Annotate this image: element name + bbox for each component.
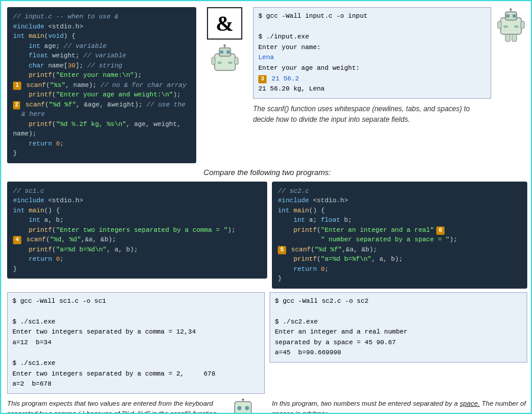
input-terminal: $ gcc -Wall input.c -o input $ ./input.e… <box>253 7 491 99</box>
terminal-line-badge3: 3 21 56.2 <box>258 74 486 85</box>
code-line: printf("a=%d b=%f\n", a, b); <box>278 254 521 264</box>
middle-section: // sc1.c #include <stdio.h> int main() {… <box>7 182 527 289</box>
svg-rect-6 <box>218 62 222 64</box>
terminal-line <box>258 22 486 33</box>
code-line: int age; // variable <box>13 41 190 51</box>
badge-2: 2 <box>13 101 20 109</box>
svg-rect-19 <box>521 21 524 28</box>
svg-point-13 <box>512 14 516 18</box>
svg-rect-20 <box>505 34 510 41</box>
svg-point-24 <box>245 406 249 410</box>
svg-point-12 <box>506 14 510 18</box>
svg-rect-8 <box>212 57 215 64</box>
code-line-badge2: 2 scanf("%d %f", &age, &weight); // use … <box>13 100 190 119</box>
svg-rect-9 <box>235 57 238 64</box>
terminal-line: Enter your name: <box>258 43 486 53</box>
terminal-line: Enter two integers separated by a comma … <box>12 327 259 338</box>
terminal-line: $ gcc -Wall sc1.c -o sc1 <box>12 296 259 307</box>
top-right-area: $ gcc -Wall input.c -o input $ ./input.e… <box>253 7 527 127</box>
code-line: " number separated by a space = "); <box>278 235 521 245</box>
compare-line: Compare the following two programs: <box>7 168 527 177</box>
svg-point-15 <box>510 8 512 11</box>
badge-6: 6 <box>436 227 445 235</box>
terminal-line: $ ./sc2.exe <box>275 317 522 328</box>
code-line: printf("Enter an integer and a real" 6 <box>278 225 521 235</box>
terminal-line: $ gcc -Wall sc2.c -o sc2 <box>275 296 522 307</box>
code-line: printf("Enter two integers separated by … <box>13 225 261 235</box>
top-description: The scanf() function uses whitespace (ne… <box>253 101 478 127</box>
code-line: return 0; <box>13 254 261 264</box>
terminal-line: a=12 b=34 <box>12 338 259 348</box>
badge-4: 4 <box>13 236 21 244</box>
terminal-line: Lena <box>258 53 486 63</box>
code-line: int main(void) { <box>13 31 190 41</box>
robot-sitting-icon <box>226 399 267 414</box>
code-line: } <box>278 274 521 284</box>
terminal-line: 21 56.20 kg, Lena <box>258 84 486 95</box>
terminal-line <box>12 306 259 317</box>
robot-top-icon <box>209 42 241 75</box>
bottom-right: In this program, two numbers must be ent… <box>272 399 527 414</box>
svg-rect-18 <box>498 21 501 28</box>
top-section: // input.c -- when to use & #include <st… <box>7 7 527 163</box>
bottom-left: This program expects that two values are… <box>7 399 267 414</box>
badge-3: 3 <box>258 75 267 83</box>
terminal-line: Enter your age and weight: <box>258 63 486 74</box>
top-terminal-row: $ gcc -Wall input.c -o input $ ./input.e… <box>253 7 527 99</box>
code-line: printf("Enter your name:\n"); <box>13 70 190 80</box>
svg-rect-7 <box>228 62 232 64</box>
terminal-line: separated by a space = 45 90.67 <box>275 338 522 348</box>
code-line: char name[30]; // string <box>13 61 190 71</box>
ampersand-area: & <box>201 7 248 75</box>
code-line: } <box>13 264 261 274</box>
terminal-line: a=45 b=90.669998 <box>275 348 522 358</box>
terminal-line: Enter two integers separated by a comma … <box>12 369 259 380</box>
main-container: // input.c -- when to use & #include <st… <box>1 1 532 414</box>
code-line-badge5: 5 scanf("%d %f",&a, &b); <box>278 245 521 255</box>
code-line: float weight; // variable <box>13 51 190 61</box>
terminal-line: Enter an integer and a real number <box>275 327 522 338</box>
terminal-line <box>275 306 522 317</box>
sc2-code-block: // sc2.c #include <stdio.h> int main() {… <box>272 182 527 289</box>
code-line-badge4: 4 scanf("%d, %d",&a, &b); <box>13 235 261 245</box>
ampersand-box: & <box>207 7 242 40</box>
input-code-block: // input.c -- when to use & #include <st… <box>7 7 196 163</box>
code-line: #include <stdio.h> <box>13 22 190 32</box>
terminal-line <box>12 348 259 358</box>
svg-point-26 <box>242 399 244 401</box>
code-line: // input.c -- when to use & <box>13 12 190 22</box>
code-line: int a; float b; <box>278 215 521 225</box>
code-line-badge1: 1 scanf("%s", name); // no & for char ar… <box>13 80 190 90</box>
terminal-line: $ gcc -Wall input.c -o input <box>258 11 486 22</box>
sc1-code-block: // sc1.c #include <stdio.h> int main() {… <box>7 182 267 279</box>
code-line: printf("a=%d b=%d\n", a, b); <box>13 245 261 255</box>
code-line: printf("Enter your age and weight:\n"); <box>13 90 190 100</box>
terminal-line: $ ./input.exe <box>258 32 486 43</box>
bottom-left-text: This program expects that two values are… <box>7 399 222 414</box>
code-line: // sc2.c <box>278 186 521 196</box>
code-line: int main() { <box>13 206 261 216</box>
bottom-section: This program expects that two values are… <box>7 399 527 414</box>
code-line: } <box>13 148 190 159</box>
code-line: return 0; <box>13 139 190 149</box>
robot-right-icon <box>495 7 527 46</box>
svg-rect-21 <box>512 34 517 41</box>
svg-rect-17 <box>514 25 518 28</box>
code-line: // sc1.c <box>13 186 261 196</box>
code-line: printf("%d %.2f kg, %s\n", age, weight, … <box>13 119 190 139</box>
svg-point-5 <box>223 44 226 47</box>
sc2-terminal: $ gcc -Wall sc2.c -o sc2 $ ./sc2.exe Ent… <box>270 292 527 363</box>
badge-1: 1 <box>13 82 21 90</box>
code-line: #include <stdio.h> <box>278 196 521 206</box>
badge-5: 5 <box>278 246 286 254</box>
terminal-line: $ ./sc1.exe <box>12 358 259 369</box>
terminal-line: $ ./sc1.exe <box>12 317 259 328</box>
terminal-line: a=2 b=678 <box>12 379 259 390</box>
svg-rect-16 <box>504 25 508 28</box>
code-line: int main() { <box>278 206 521 216</box>
code-line: #include <stdio.h> <box>13 196 261 206</box>
code-line: return 0; <box>278 264 521 274</box>
svg-point-3 <box>226 50 230 54</box>
svg-point-23 <box>238 406 242 410</box>
terminals-row: $ gcc -Wall sc1.c -o sc1 $ ./sc1.exe Ent… <box>7 292 527 394</box>
